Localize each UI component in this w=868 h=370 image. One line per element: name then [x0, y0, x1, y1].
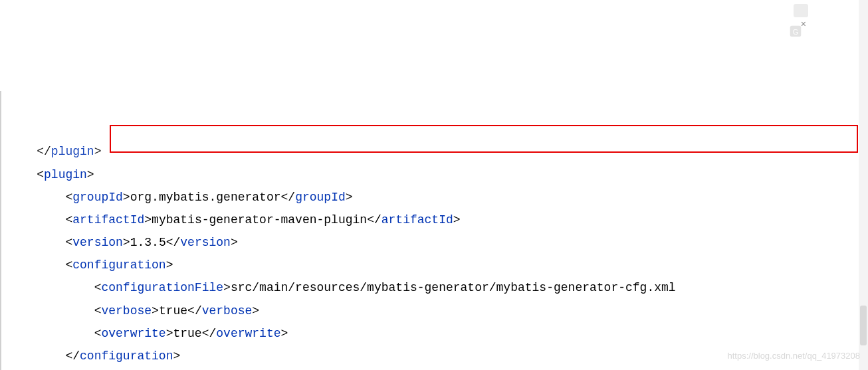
code-token-tag: artifactId	[381, 213, 453, 227]
code-token-tag: configuration	[72, 258, 165, 272]
code-line[interactable]: <artifactId>mybatis-generator-maven-plug…	[5, 209, 868, 231]
code-token-tag: plugin	[51, 145, 94, 158]
code-token-bracket: >	[123, 236, 130, 249]
code-token-bracket: >	[144, 213, 152, 227]
code-token-bracket: <	[37, 168, 44, 181]
code-token-bracket: >	[173, 349, 180, 363]
code-token-tag: overwrite	[101, 327, 165, 340]
close-hint-button[interactable]: ×	[794, 4, 808, 17]
code-token-text: 1.3.5	[130, 236, 166, 249]
code-token-bracket: >	[223, 281, 231, 294]
scrollbar-thumb[interactable]	[860, 306, 867, 345]
code-token-bracket: >	[252, 304, 259, 318]
code-token-bracket: <	[94, 281, 102, 294]
code-token-bracket: </	[281, 191, 296, 204]
code-token-bracket: </	[37, 145, 51, 158]
code-line[interactable]: <groupId>org.mybatis.generator</groupId>	[5, 186, 868, 209]
code-token-text: true	[173, 327, 201, 340]
code-line[interactable]: <executions>	[5, 367, 868, 370]
code-token-text: src/main/resources/mybatis-generator/myb…	[231, 281, 676, 294]
code-token-text: true	[159, 304, 187, 318]
code-token-bracket: </	[202, 327, 217, 340]
code-token-bracket: <	[94, 304, 102, 318]
code-token-tag: verbose	[202, 304, 253, 318]
code-token-bracket: <	[65, 258, 72, 272]
code-line[interactable]: <version>1.3.5</version>	[5, 231, 868, 254]
code-token-bracket: </	[367, 213, 381, 227]
vertical-scrollbar[interactable]	[859, 0, 868, 370]
code-token-tag: verbose	[101, 304, 152, 318]
code-token-tag: groupId	[295, 191, 346, 204]
code-token-bracket: >	[166, 258, 173, 272]
code-token-tag: artifactId	[72, 213, 144, 227]
code-token-tag: version	[72, 236, 123, 249]
code-token-bracket: </	[65, 349, 80, 363]
code-token-bracket: >	[123, 191, 130, 204]
code-token-bracket: >	[231, 236, 238, 249]
code-token-tag: version	[180, 236, 231, 249]
code-token-text: org.mybatis.generator	[130, 191, 281, 204]
code-token-tag: plugin	[44, 168, 87, 181]
code-token-bracket: >	[453, 213, 461, 227]
code-token-bracket: <	[65, 191, 72, 204]
code-token-bracket: <	[65, 236, 72, 249]
code-line[interactable]: <configuration>	[5, 254, 868, 276]
code-token-bracket: >	[87, 168, 94, 181]
code-line[interactable]: <configurationFile>src/main/resources/my…	[5, 276, 868, 299]
code-line[interactable]: <plugin>	[5, 163, 868, 186]
code-token-bracket: </	[187, 304, 202, 318]
code-token-bracket: >	[152, 304, 159, 318]
code-token-bracket: >	[281, 327, 288, 340]
code-line[interactable]: <overwrite>true</overwrite>	[5, 322, 868, 345]
code-editor[interactable]: </plugin> <plugin> <groupId>org.mybatis.…	[0, 91, 868, 370]
code-token-bracket: </	[166, 236, 181, 249]
editor-gutter	[0, 91, 5, 370]
code-token-bracket: >	[94, 145, 102, 158]
ide-hint-icon[interactable]: G	[774, 1, 788, 16]
close-icon: ×	[801, 19, 806, 29]
code-token-bracket: <	[94, 327, 102, 340]
code-token-tag: overwrite	[216, 327, 280, 340]
code-token-tag: configuration	[80, 349, 173, 363]
code-line[interactable]: </plugin>	[5, 140, 868, 163]
code-token-bracket: >	[166, 327, 173, 340]
code-token-text: mybatis-generator-maven-plugin	[152, 213, 367, 227]
code-token-bracket: >	[346, 191, 353, 204]
code-token-tag: configurationFile	[101, 281, 223, 294]
code-line[interactable]: <verbose>true</verbose>	[5, 300, 868, 322]
code-token-bracket: <	[65, 213, 72, 227]
code-token-tag: groupId	[72, 191, 123, 204]
watermark-text: https://blog.csdn.net/qq_41973208	[728, 348, 861, 365]
